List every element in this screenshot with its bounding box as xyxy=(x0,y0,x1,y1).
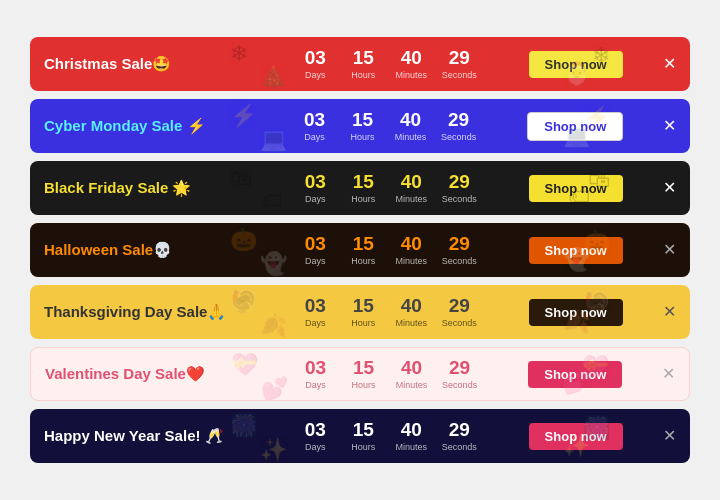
minutes-block: 40 Minutes xyxy=(392,233,430,267)
close-button-thanksgiving[interactable]: ✕ xyxy=(663,304,676,320)
shop-now-button-halloween[interactable]: Shop now xyxy=(529,237,623,264)
seconds-label: Seconds xyxy=(442,380,477,391)
banner-title-cyber: Cyber Monday Sale ⚡ xyxy=(44,117,264,135)
seconds-label: Seconds xyxy=(442,256,477,267)
seconds-label: Seconds xyxy=(441,132,476,143)
minutes-value: 40 xyxy=(401,419,422,442)
hours-value: 15 xyxy=(353,357,374,380)
seconds-value: 29 xyxy=(449,295,470,318)
minutes-value: 40 xyxy=(401,295,422,318)
banner-christmas: ❄🎄❄🎅 Christmas Sale🤩 03 Days 15 Hours 40… xyxy=(30,37,690,91)
minutes-block: 40 Minutes xyxy=(392,109,430,143)
countdown-cyber: 03 Days 15 Hours 40 Minutes 29 Seconds xyxy=(296,109,496,143)
seconds-block: 29 Seconds xyxy=(440,295,478,329)
minutes-block: 40 Minutes xyxy=(393,357,431,391)
countdown-thanksgiving: 03 Days 15 Hours 40 Minutes 29 Seconds xyxy=(296,295,496,329)
minutes-label: Minutes xyxy=(395,132,427,143)
close-button-newyear[interactable]: ✕ xyxy=(663,428,676,444)
days-value: 03 xyxy=(305,233,326,256)
hours-block: 15 Hours xyxy=(344,109,382,143)
banner-title-newyear: Happy New Year Sale! 🥂 xyxy=(44,427,264,445)
seconds-value: 29 xyxy=(448,109,469,132)
banner-title-halloween: Halloween Sale💀 xyxy=(44,241,264,259)
minutes-value: 40 xyxy=(400,109,421,132)
minutes-block: 40 Minutes xyxy=(392,47,430,81)
hours-block: 15 Hours xyxy=(345,357,383,391)
hours-label: Hours xyxy=(351,70,375,81)
days-block: 03 Days xyxy=(296,47,334,81)
shop-now-button-christmas[interactable]: Shop now xyxy=(529,51,623,78)
hours-label: Hours xyxy=(351,132,375,143)
hours-value: 15 xyxy=(352,109,373,132)
banner-valentines: 💝💕💝💕 Valentines Day Sale❤️ 03 Days 15 Ho… xyxy=(30,347,690,401)
shop-now-button-valentines[interactable]: Shop now xyxy=(528,361,622,388)
shop-now-button-newyear[interactable]: Shop now xyxy=(529,423,623,450)
close-button-valentines[interactable]: ✕ xyxy=(662,366,675,382)
minutes-value: 40 xyxy=(401,47,422,70)
hours-block: 15 Hours xyxy=(344,171,382,205)
days-block: 03 Days xyxy=(297,357,335,391)
shop-now-button-thanksgiving[interactable]: Shop now xyxy=(529,299,623,326)
countdown-blackfriday: 03 Days 15 Hours 40 Minutes 29 Seconds xyxy=(296,171,496,205)
banner-thanksgiving: 🦃🍂🦃🍂 Thanksgiving Day Sale🙏 03 Days 15 H… xyxy=(30,285,690,339)
banner-blackfriday: 🛍🏷🛍🏷 Black Friday Sale 🌟 03 Days 15 Hour… xyxy=(30,161,690,215)
days-block: 03 Days xyxy=(296,233,334,267)
hours-block: 15 Hours xyxy=(344,233,382,267)
seconds-label: Seconds xyxy=(442,442,477,453)
hours-value: 15 xyxy=(353,419,374,442)
seconds-block: 29 Seconds xyxy=(440,47,478,81)
seconds-value: 29 xyxy=(449,419,470,442)
shop-now-button-cyber[interactable]: Shop now xyxy=(527,112,623,141)
days-block: 03 Days xyxy=(296,109,334,143)
seconds-value: 29 xyxy=(449,171,470,194)
days-value: 03 xyxy=(305,171,326,194)
days-label: Days xyxy=(305,442,326,453)
days-block: 03 Days xyxy=(296,419,334,453)
hours-value: 15 xyxy=(353,295,374,318)
minutes-block: 40 Minutes xyxy=(392,295,430,329)
seconds-block: 29 Seconds xyxy=(441,357,479,391)
banner-title-christmas: Christmas Sale🤩 xyxy=(44,55,264,73)
hours-label: Hours xyxy=(351,442,375,453)
days-label: Days xyxy=(305,318,326,329)
minutes-value: 40 xyxy=(401,357,422,380)
close-button-halloween[interactable]: ✕ xyxy=(663,242,676,258)
days-label: Days xyxy=(305,256,326,267)
countdown-newyear: 03 Days 15 Hours 40 Minutes 29 Seconds xyxy=(296,419,496,453)
minutes-block: 40 Minutes xyxy=(392,419,430,453)
seconds-value: 29 xyxy=(449,357,470,380)
days-value: 03 xyxy=(305,47,326,70)
seconds-label: Seconds xyxy=(442,194,477,205)
countdown-christmas: 03 Days 15 Hours 40 Minutes 29 Seconds xyxy=(296,47,496,81)
hours-block: 15 Hours xyxy=(344,47,382,81)
days-value: 03 xyxy=(305,295,326,318)
minutes-value: 40 xyxy=(401,171,422,194)
hours-label: Hours xyxy=(352,380,376,391)
seconds-label: Seconds xyxy=(442,70,477,81)
days-label: Days xyxy=(305,194,326,205)
minutes-label: Minutes xyxy=(396,194,428,205)
shop-now-button-blackfriday[interactable]: Shop now xyxy=(529,175,623,202)
countdown-halloween: 03 Days 15 Hours 40 Minutes 29 Seconds xyxy=(296,233,496,267)
banner-title-thanksgiving: Thanksgiving Day Sale🙏 xyxy=(44,303,264,321)
seconds-block: 29 Seconds xyxy=(440,233,478,267)
banner-title-blackfriday: Black Friday Sale 🌟 xyxy=(44,179,264,197)
seconds-block: 29 Seconds xyxy=(440,109,478,143)
days-label: Days xyxy=(305,70,326,81)
days-block: 03 Days xyxy=(296,295,334,329)
banner-newyear: 🎆✨🎆✨ Happy New Year Sale! 🥂 03 Days 15 H… xyxy=(30,409,690,463)
close-button-blackfriday[interactable]: ✕ xyxy=(663,180,676,196)
close-button-christmas[interactable]: ✕ xyxy=(663,56,676,72)
close-button-cyber[interactable]: ✕ xyxy=(663,118,676,134)
days-value: 03 xyxy=(304,109,325,132)
hours-block: 15 Hours xyxy=(344,295,382,329)
days-value: 03 xyxy=(305,419,326,442)
minutes-block: 40 Minutes xyxy=(392,171,430,205)
seconds-value: 29 xyxy=(449,233,470,256)
hours-value: 15 xyxy=(353,233,374,256)
seconds-block: 29 Seconds xyxy=(440,419,478,453)
hours-label: Hours xyxy=(351,194,375,205)
days-label: Days xyxy=(304,132,325,143)
banner-halloween: 🎃👻🎃👻 Halloween Sale💀 03 Days 15 Hours 40… xyxy=(30,223,690,277)
hours-value: 15 xyxy=(353,47,374,70)
